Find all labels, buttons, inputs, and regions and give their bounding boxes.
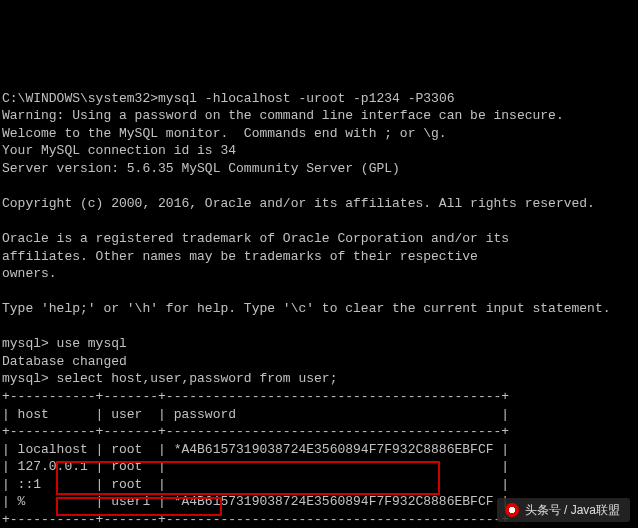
- table-row: | localhost | root | *A4B6157319038724E3…: [2, 442, 509, 457]
- blank-line: [2, 214, 10, 229]
- server-version-line: Server version: 5.6.35 MySQL Community S…: [2, 161, 400, 176]
- table-row: | ::1 | root | |: [2, 477, 509, 492]
- blank-line: [2, 319, 10, 334]
- use-command: use mysql: [49, 336, 127, 351]
- trademark-line-3: owners.: [2, 266, 57, 281]
- help-line: Type 'help;' or '\h' for help. Type '\c'…: [2, 301, 611, 316]
- mysql-prompt: mysql>: [2, 371, 49, 386]
- trademark-line-2: affiliates. Other names may be trademark…: [2, 249, 478, 264]
- watermark: 头条号 / Java联盟: [497, 498, 630, 522]
- table-border-mid: +-----------+-------+-------------------…: [2, 424, 509, 439]
- prompt-path: C:\WINDOWS\system32>: [2, 91, 158, 106]
- db-changed-line: Database changed: [2, 354, 127, 369]
- select-line[interactable]: mysql> select host,user,password from us…: [2, 371, 337, 386]
- table-border-bot: +-----------+-------+-------------------…: [2, 512, 509, 527]
- blank-line: [2, 178, 10, 193]
- table-row: | 127.0.0.1 | root | |: [2, 459, 509, 474]
- watermark-text: 头条号 / Java联盟: [525, 502, 620, 518]
- prompt-line[interactable]: C:\WINDOWS\system32>mysql -hlocalhost -u…: [2, 91, 454, 106]
- warning-line: Warning: Using a password on the command…: [2, 108, 564, 123]
- mysql-prompt: mysql>: [2, 336, 49, 351]
- blank-line: [2, 284, 10, 299]
- select-command: select host,user,password from user;: [49, 371, 338, 386]
- use-db-line[interactable]: mysql> use mysql: [2, 336, 127, 351]
- copyright-line: Copyright (c) 2000, 2016, Oracle and/or …: [2, 196, 595, 211]
- terminal-output: C:\WINDOWS\system32>mysql -hlocalhost -u…: [0, 70, 638, 528]
- trademark-line-1: Oracle is a registered trademark of Orac…: [2, 231, 509, 246]
- table-header: | host | user | password |: [2, 407, 509, 422]
- welcome-line: Welcome to the MySQL monitor. Commands e…: [2, 126, 447, 141]
- login-command: mysql -hlocalhost -uroot -p1234 -P3306: [158, 91, 454, 106]
- table-border-top: +-----------+-------+-------------------…: [2, 389, 509, 404]
- connection-id-line: Your MySQL connection id is 34: [2, 143, 236, 158]
- table-row: | % | user1 | *A4B6157319038724E3560894F…: [2, 494, 509, 509]
- watermark-logo-icon: [505, 503, 519, 517]
